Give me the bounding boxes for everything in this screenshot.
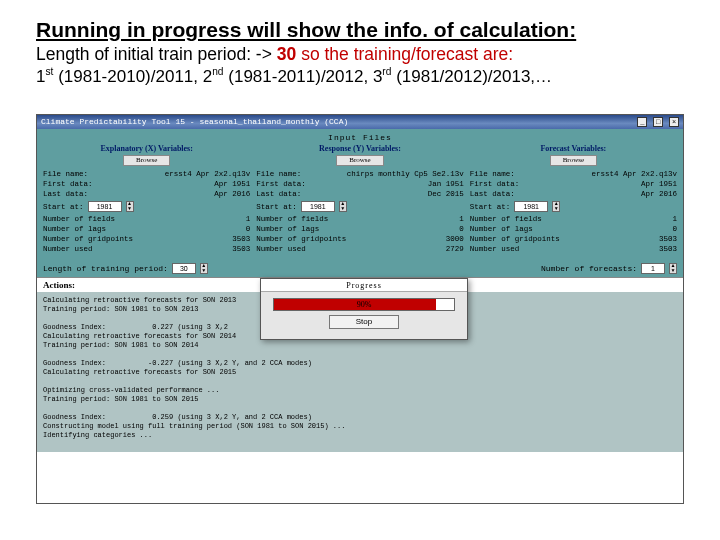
variables-column-1: Response (Y) Variables:BrowseFile name:c… <box>256 144 463 254</box>
column-title: Explanatory (X) Variables: <box>43 144 250 153</box>
titlebar: Climate Predictability Tool 15 - seasona… <box>37 115 683 129</box>
field-row: Last data:Apr 2016 <box>43 189 250 199</box>
field-row: Number of fields1 <box>43 214 250 224</box>
page-title: Running in progress will show the info. … <box>36 18 684 42</box>
field-row: First data:Apr 1951 <box>43 179 250 189</box>
start-year-input[interactable] <box>514 201 548 212</box>
column-title: Forecast Variables: <box>470 144 677 153</box>
field-row: Number of gridpoints3503 <box>470 234 677 244</box>
maximize-icon[interactable]: □ <box>653 117 663 127</box>
start-year-stepper[interactable]: ▲▼ <box>339 201 347 212</box>
field-row: Number of lags0 <box>470 224 677 234</box>
training-length-stepper[interactable]: ▲▼ <box>200 263 208 274</box>
browse-button[interactable]: Browse <box>550 155 597 166</box>
field-row: File name:ersst4 Apr 2x2.q13v <box>470 169 677 179</box>
field-row: Number of fields1 <box>470 214 677 224</box>
field-row: Number used3503 <box>470 244 677 254</box>
field-row: Number of lags0 <box>256 224 463 234</box>
column-title: Response (Y) Variables: <box>256 144 463 153</box>
field-row: First data:Jan 1951 <box>256 179 463 189</box>
progress-title: Progress <box>261 279 467 292</box>
field-row: Number used2729 <box>256 244 463 254</box>
field-row: File name:ersst4 Apr 2x2.q13v <box>43 169 250 179</box>
field-row: Number of lags0 <box>43 224 250 234</box>
input-files-header: Input Files <box>43 133 677 142</box>
num-forecasts-input[interactable] <box>641 263 665 274</box>
minimize-icon[interactable]: _ <box>637 117 647 127</box>
field-row: First data:Apr 1951 <box>470 179 677 189</box>
start-year-stepper[interactable]: ▲▼ <box>552 201 560 212</box>
variables-column-0: Explanatory (X) Variables:BrowseFile nam… <box>43 144 250 254</box>
field-row: Number of fields1 <box>256 214 463 224</box>
field-row: Last data:Apr 2016 <box>470 189 677 199</box>
window-controls[interactable]: _ □ × <box>636 115 679 129</box>
field-row: Number used3503 <box>43 244 250 254</box>
progress-percent: 90% <box>274 299 454 310</box>
training-length-input[interactable] <box>172 263 196 274</box>
variables-column-2: Forecast Variables:BrowseFile name:ersst… <box>470 144 677 254</box>
stop-button[interactable]: Stop <box>329 315 399 329</box>
field-row: File name:chirps monthly Cp5 Se2.13v <box>256 169 463 179</box>
field-row: Number of gridpoints3503 <box>43 234 250 244</box>
close-icon[interactable]: × <box>669 117 679 127</box>
start-year-stepper[interactable]: ▲▼ <box>126 201 134 212</box>
num-forecasts-label: Number of forecasts: <box>541 264 637 273</box>
field-row: Number of gridpoints3000 <box>256 234 463 244</box>
browse-button[interactable]: Browse <box>123 155 170 166</box>
progress-dialog: Progress 90% Stop <box>260 278 468 340</box>
num-forecasts-stepper[interactable]: ▲▼ <box>669 263 677 274</box>
subtitle-1: Length of initial train period: -> 30 so… <box>36 44 684 65</box>
start-year-input[interactable] <box>301 201 335 212</box>
training-length-label: Length of training period: <box>43 264 168 273</box>
field-row: Last data:Dec 2015 <box>256 189 463 199</box>
start-year-input[interactable] <box>88 201 122 212</box>
progress-bar: 90% <box>273 298 455 311</box>
subtitle-2: 1st (1981-2010)/2011, 2nd (1981-2011)/20… <box>36 66 684 87</box>
browse-button[interactable]: Browse <box>336 155 383 166</box>
